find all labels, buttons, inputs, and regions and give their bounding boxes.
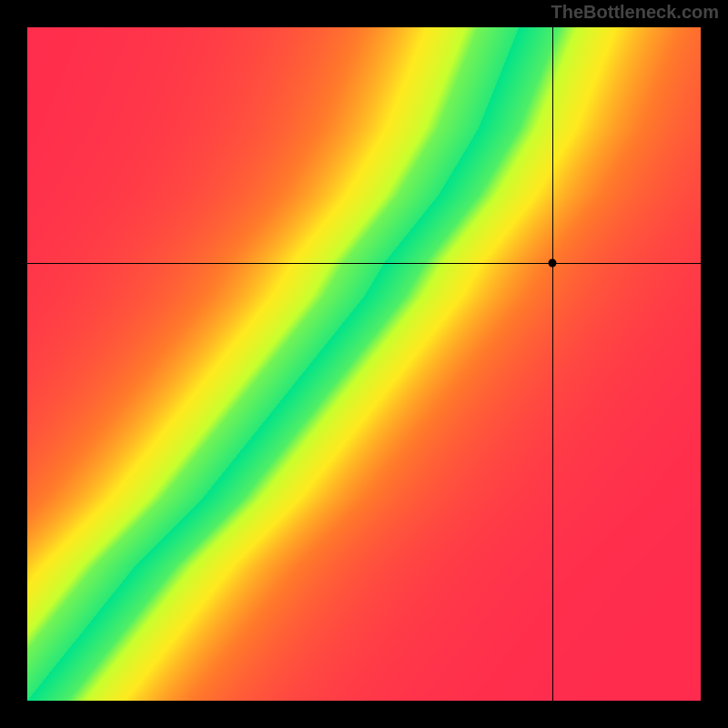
- crosshair-horizontal: [27, 263, 701, 264]
- attribution-label: TheBottleneck.com: [551, 2, 719, 23]
- crosshair-vertical: [552, 27, 553, 701]
- chart-container: TheBottleneck.com: [0, 0, 728, 728]
- crosshair-marker: [549, 259, 557, 268]
- heatmap-canvas: [27, 27, 701, 701]
